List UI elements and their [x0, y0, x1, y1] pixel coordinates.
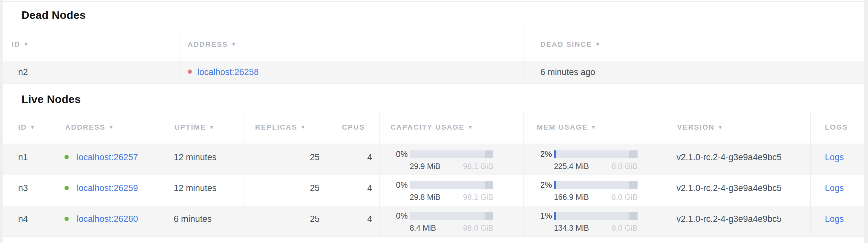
column-header-label: ID [12, 40, 21, 49]
sort-arrow-icon: ▼ [300, 124, 306, 131]
column-header-label: ADDRESS [65, 123, 105, 132]
mem-usage-cell: 2% 166.9 MiB 8.0 GiB [524, 175, 668, 206]
logs-link[interactable]: Logs [825, 214, 844, 224]
column-header-label: DEAD SINCE [540, 40, 592, 49]
capacity-percent-label: 0% [391, 211, 408, 221]
bar-used-segment [554, 181, 556, 189]
sort-arrow-icon: ▼ [231, 41, 237, 48]
content-panel: Dead Nodes ID ▼ ADDRESS ▼ DEAD SINCE ▼ n… [3, 0, 864, 243]
mem-total-value: 8.0 GiB [612, 223, 638, 233]
column-header-label: LOGS [825, 123, 848, 132]
dead-node-status-icon [188, 70, 192, 74]
node-address-link[interactable]: localhost:26258 [197, 67, 259, 77]
live-node-row-n1: n1 localhost:26257 12 minutes 25 4 0% 29… [3, 144, 864, 175]
sort-arrow-icon: ▼ [718, 124, 724, 131]
sort-arrow-icon: ▼ [595, 41, 601, 48]
dead-nodes-title-bar: Dead Nodes [3, 2, 864, 28]
capacity-usage-bar [410, 181, 493, 189]
capacity-used-value: 29.9 MiB [410, 162, 440, 171]
bar-used-segment [554, 151, 556, 158]
column-header-label: UPTIME [175, 123, 206, 132]
node-address-link[interactable]: localhost:26259 [77, 183, 138, 193]
dead-nodes-title: Dead Nodes [21, 9, 86, 22]
node-address-cell: localhost:26258 [180, 61, 523, 83]
column-header-capacity-usage[interactable]: CAPACITY USAGE ▼ [379, 111, 524, 143]
node-address-link[interactable]: localhost:26260 [77, 214, 138, 224]
sort-arrow-icon: ▼ [209, 124, 215, 131]
cpus-cell: 4 [330, 206, 379, 237]
capacity-used-value: 8.4 MiB [410, 223, 436, 233]
sort-arrow-icon: ▼ [30, 124, 36, 131]
logs-link[interactable]: Logs [825, 152, 844, 162]
dead-since-cell: 6 minutes ago [523, 61, 863, 83]
bar-end-segment [629, 212, 638, 220]
column-header-label: REPLICAS [255, 123, 297, 132]
column-header-dead-since[interactable]: DEAD SINCE ▼ [523, 28, 863, 61]
sort-arrow-icon: ▼ [591, 124, 597, 131]
column-header-version[interactable]: VERSION ▼ [668, 111, 811, 143]
capacity-total-value: 98.1 GiB [463, 162, 493, 171]
node-id-cell: n1 [3, 144, 56, 175]
logs-cell: Logs [811, 206, 863, 237]
capacity-usage-cell: 0% 8.4 MiB 98.0 GiB [379, 206, 524, 237]
column-header-uptime[interactable]: UPTIME ▼ [165, 111, 243, 143]
dead-nodes-header-row: ID ▼ ADDRESS ▼ DEAD SINCE ▼ [3, 28, 864, 61]
column-header-id[interactable]: ID ▼ [3, 111, 56, 143]
live-node-status-icon [64, 217, 69, 221]
node-address-cell: localhost:26257 [56, 144, 165, 175]
replicas-cell: 25 [243, 206, 330, 237]
mem-usage-bar [554, 212, 638, 220]
node-address-cell: localhost:26259 [56, 175, 165, 206]
bar-end-segment [485, 151, 493, 158]
column-header-label: CAPACITY USAGE [391, 123, 464, 132]
replicas-cell: 25 [243, 175, 330, 206]
sort-arrow-icon: ▼ [108, 124, 115, 131]
uptime-cell: 6 minutes [165, 206, 243, 237]
column-header-dead-address[interactable]: ADDRESS ▼ [180, 28, 523, 61]
node-id-cell: n3 [3, 175, 56, 206]
logs-cell: Logs [811, 144, 863, 175]
sort-arrow-icon: ▼ [23, 41, 30, 48]
mem-total-value: 8.0 GiB [612, 162, 638, 171]
column-header-label: CPUS [342, 123, 365, 132]
bar-end-segment [485, 181, 493, 189]
live-node-row-n4: n4 localhost:26260 6 minutes 25 4 0% 8.4… [3, 206, 864, 237]
column-header-address[interactable]: ADDRESS ▼ [56, 111, 165, 143]
column-header-dead-id[interactable]: ID ▼ [3, 28, 180, 61]
mem-usage-bar [554, 181, 638, 189]
replicas-cell: 25 [243, 144, 330, 175]
node-id-cell: n2 [3, 61, 180, 83]
column-header-cpus: CPUS [330, 111, 379, 143]
mem-usage-cell: 2% 225.4 MiB 8.0 GiB [524, 144, 668, 175]
capacity-usage-cell: 0% 29.8 MiB 98.1 GiB [379, 175, 524, 206]
sort-arrow-icon: ▼ [467, 124, 473, 131]
node-address-link[interactable]: localhost:26257 [77, 152, 138, 162]
dead-nodes-section: Dead Nodes ID ▼ ADDRESS ▼ DEAD SINCE ▼ n… [3, 2, 864, 84]
column-header-label: ADDRESS [188, 40, 228, 49]
live-nodes-title: Live Nodes [21, 93, 81, 106]
live-nodes-title-bar: Live Nodes [3, 88, 864, 111]
bar-end-segment [629, 151, 638, 158]
mem-percent-label: 2% [535, 180, 552, 190]
column-header-mem-usage[interactable]: MEM USAGE ▼ [524, 111, 668, 143]
cpus-cell: 4 [330, 144, 379, 175]
capacity-usage-bar [410, 151, 493, 158]
column-header-label: ID [18, 123, 27, 132]
bar-end-segment [629, 181, 638, 189]
uptime-cell: 12 minutes [165, 175, 243, 206]
live-node-status-icon [64, 155, 69, 159]
live-node-status-icon [64, 186, 69, 190]
column-header-label: MEM USAGE [537, 123, 588, 132]
live-nodes-section: Live Nodes ID ▼ ADDRESS ▼ UPTIME ▼ REPLI… [3, 88, 864, 237]
cpus-cell: 4 [330, 175, 379, 206]
column-header-replicas[interactable]: REPLICAS ▼ [243, 111, 330, 143]
bar-used-segment [554, 212, 556, 220]
mem-used-value: 166.9 MiB [554, 193, 589, 202]
logs-cell: Logs [811, 175, 863, 206]
mem-used-value: 225.4 MiB [554, 162, 589, 171]
logs-link[interactable]: Logs [825, 183, 844, 193]
live-nodes-header-row: ID ▼ ADDRESS ▼ UPTIME ▼ REPLICAS ▼ CPUS … [3, 111, 864, 144]
live-node-row-n3: n3 localhost:26259 12 minutes 25 4 0% 29… [3, 175, 864, 206]
capacity-usage-bar [410, 212, 493, 220]
column-header-label: VERSION [677, 123, 715, 132]
